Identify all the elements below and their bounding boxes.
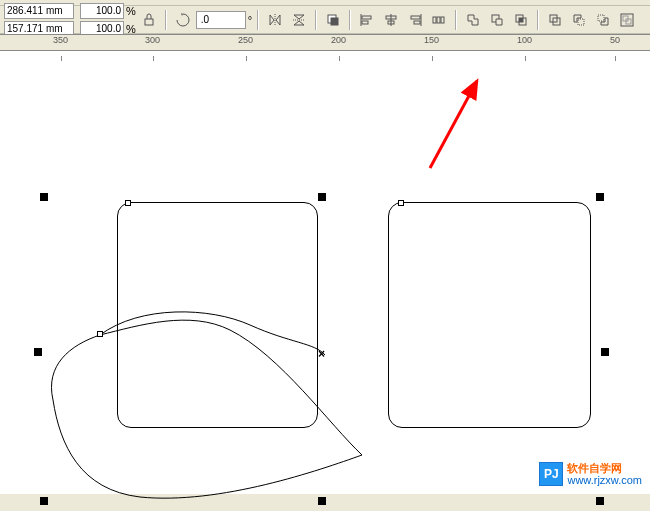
node-handle[interactable] — [97, 331, 103, 337]
rotation-input[interactable] — [196, 11, 246, 29]
degree-label: ° — [248, 14, 252, 26]
watermark-logo-icon: PJ — [539, 462, 563, 486]
intersect-button[interactable] — [510, 9, 532, 31]
watermark: PJ 软件自学网 www.rjzxw.com — [539, 462, 642, 486]
rotation-angle-icon — [172, 9, 194, 31]
svg-rect-15 — [437, 17, 440, 23]
simplify-button[interactable] — [544, 9, 566, 31]
svg-rect-24 — [598, 15, 604, 21]
scale-x-input[interactable] — [80, 3, 124, 19]
svg-line-29 — [430, 81, 477, 168]
ruler-tick: 200 — [331, 35, 346, 45]
boundary-button[interactable] — [616, 9, 638, 31]
watermark-cn-text: 软件自学网 — [567, 462, 642, 474]
property-bar: % % ° — [0, 6, 650, 34]
ruler-tick: 50 — [610, 35, 620, 45]
lock-ratio-button[interactable] — [138, 9, 160, 31]
selection-handle[interactable] — [318, 193, 326, 201]
align-right-button[interactable] — [404, 9, 426, 31]
node-handle[interactable] — [125, 200, 131, 206]
annotation-arrow — [425, 73, 495, 173]
rounded-rect-right[interactable] — [388, 202, 591, 428]
svg-rect-6 — [362, 16, 371, 19]
svg-rect-12 — [411, 16, 420, 19]
center-x-marker: × — [318, 347, 325, 361]
ruler-tick: 300 — [145, 35, 160, 45]
svg-rect-0 — [145, 19, 153, 25]
selection-handle[interactable] — [596, 497, 604, 505]
trim-button[interactable] — [486, 9, 508, 31]
mirror-horizontal-button[interactable] — [264, 9, 286, 31]
horizontal-ruler: 350 300 250 200 150 100 50 — [0, 35, 650, 51]
ruler-tick: 150 — [424, 35, 439, 45]
align-center-button[interactable] — [380, 9, 402, 31]
mirror-vertical-button[interactable] — [288, 9, 310, 31]
x-coord-input[interactable] — [4, 3, 74, 19]
ruler-tick: 250 — [238, 35, 253, 45]
selection-handle[interactable] — [601, 348, 609, 356]
selection-handle[interactable] — [34, 348, 42, 356]
selection-handle[interactable] — [40, 193, 48, 201]
percent-label: % — [126, 5, 136, 17]
svg-rect-20 — [519, 18, 523, 22]
svg-rect-4 — [331, 18, 338, 25]
selection-handle[interactable] — [596, 193, 604, 201]
svg-rect-7 — [362, 21, 368, 24]
node-handle[interactable] — [398, 200, 404, 206]
svg-rect-14 — [433, 17, 436, 23]
freeform-curve[interactable] — [50, 315, 370, 505]
back-minus-front-button[interactable] — [592, 9, 614, 31]
align-left-button[interactable] — [356, 9, 378, 31]
svg-rect-23 — [578, 19, 584, 25]
canvas[interactable]: 350 300 250 200 150 100 50 × — [0, 34, 650, 494]
selection-handle[interactable] — [40, 497, 48, 505]
weld-button[interactable] — [462, 9, 484, 31]
watermark-url-text: www.rjzxw.com — [567, 474, 642, 486]
ruler-tick: 100 — [517, 35, 532, 45]
front-minus-back-button[interactable] — [568, 9, 590, 31]
svg-rect-13 — [414, 21, 420, 24]
distribute-button[interactable] — [428, 9, 450, 31]
to-front-of-layer-button[interactable] — [322, 9, 344, 31]
ruler-tick: 350 — [53, 35, 68, 45]
percent-label: % — [126, 23, 136, 35]
svg-rect-16 — [441, 17, 444, 23]
